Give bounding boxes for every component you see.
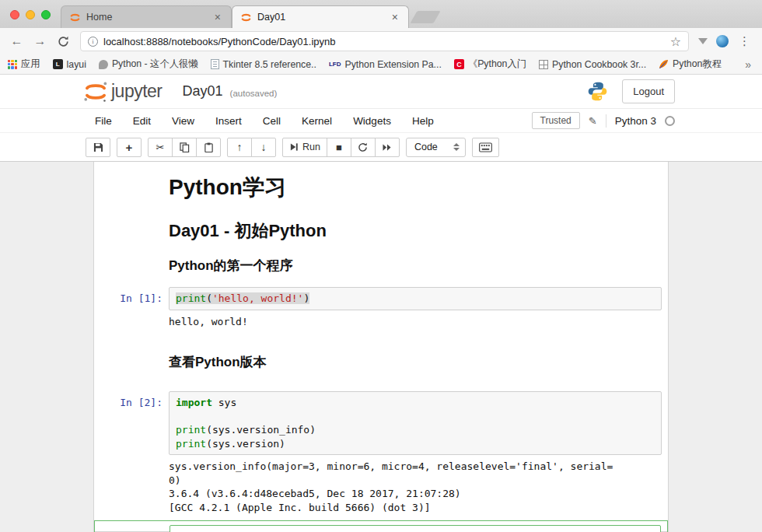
bookmark-python-tutorial[interactable]: Python教程 <box>659 58 722 71</box>
zoom-window-button[interactable] <box>41 10 51 19</box>
close-tab-icon[interactable]: × <box>390 11 400 23</box>
code-cell-2[interactable]: In [2]: import sys print(sys.version_inf… <box>94 387 668 517</box>
refresh-icon[interactable] <box>53 31 74 52</box>
divider <box>606 114 606 128</box>
tab-day01[interactable]: Day01 × <box>232 5 409 28</box>
menu-kernel[interactable]: Kernel <box>302 115 332 127</box>
new-tab-button[interactable] <box>410 11 440 23</box>
cell-type-select[interactable]: Code <box>406 138 466 157</box>
menu-edit[interactable]: Edit <box>133 115 151 127</box>
bookmark-label: 《Python入门 <box>468 58 526 71</box>
heading-day01: Day01 - 初始Python <box>169 219 662 243</box>
logout-button[interactable]: Logout <box>622 79 675 103</box>
code-editor-active[interactable] <box>170 525 661 532</box>
bookmark-python-blog[interactable]: Python - 这个人很懒 <box>99 58 198 71</box>
markdown-cell-title[interactable]: Python学习 <box>94 170 668 215</box>
back-icon[interactable]: ← <box>6 31 27 52</box>
browser-window: Home × Day01 × ← → i localhost:8888/note… <box>0 0 762 532</box>
jupyter-logo[interactable]: jupyter <box>82 79 163 105</box>
code-token: print <box>176 424 206 436</box>
close-tab-icon[interactable]: × <box>212 11 223 23</box>
run-button[interactable]: Run <box>282 138 327 157</box>
floppy-icon <box>93 142 103 152</box>
jupyter-favicon-icon <box>69 12 81 23</box>
code-editor[interactable]: print('hello, world!') <box>169 287 662 310</box>
clipboard-icon <box>204 142 214 152</box>
apps-grid-icon <box>8 60 17 69</box>
bookmark-label: 应用 <box>21 58 40 71</box>
notebook-scroll-area[interactable]: Python学习 Day01 - 初始Python Python的第一个程序 I… <box>0 162 762 532</box>
code-cell-1[interactable]: In [1]: print('hello, world!') hello, wo… <box>94 282 668 331</box>
copy-cell-button[interactable] <box>172 138 197 157</box>
paste-cell-button[interactable] <box>196 138 221 157</box>
cut-cell-button[interactable]: ✂ <box>148 138 173 157</box>
jupyter-header: jupyter Day01 (autosaved) Logout <box>0 75 762 109</box>
code-cell-empty-selected[interactable]: In [ ]: <box>94 520 668 532</box>
run-label: Run <box>302 142 320 152</box>
move-cell-down-button[interactable]: ↓ <box>251 138 276 157</box>
jupyter-logo-text: jupyter <box>111 81 163 102</box>
cell-output-line: [GCC 4.2.1 (Apple Inc. build 5666) (dot … <box>169 501 662 515</box>
bookmark-cookbook[interactable]: Python Cookbook 3r... <box>539 59 646 70</box>
menu-insert[interactable]: Insert <box>215 115 242 127</box>
save-button[interactable] <box>86 138 110 157</box>
bookmark-label: Python Cookbook 3r... <box>552 59 646 70</box>
minimize-window-button[interactable] <box>26 10 35 19</box>
code-token: (sys.version) <box>206 438 285 450</box>
add-cell-button[interactable]: + <box>117 138 142 157</box>
markdown-cell-day01[interactable]: Day01 - 初始Python <box>94 215 668 252</box>
command-palette-button[interactable] <box>472 138 499 157</box>
menu-view[interactable]: View <box>172 115 194 127</box>
bookmark-tkinter[interactable]: Tkinter 8.5 reference.. <box>211 59 316 70</box>
tab-title: Home <box>86 12 207 23</box>
edit-pencil-icon[interactable]: ✎ <box>589 115 597 127</box>
address-bar[interactable]: i localhost:8888/notebooks/PythonCode/Da… <box>80 31 689 51</box>
notebook-title[interactable]: Day01 <box>183 83 223 100</box>
autosave-status: (autosaved) <box>230 85 278 98</box>
markdown-cell-version[interactable]: 查看Python版本 <box>94 331 668 387</box>
menu-widgets[interactable]: Widgets <box>353 115 391 127</box>
restart-run-all-button[interactable] <box>375 138 400 157</box>
tab-title: Day01 <box>257 12 384 23</box>
url-input[interactable]: localhost:8888/notebooks/PythonCode/Day0… <box>103 36 336 47</box>
bookmark-python-extension[interactable]: LFD Python Extension Pa... <box>329 59 442 70</box>
input-prompt: In [1]: <box>94 287 169 310</box>
input-prompt: In [ ]: <box>95 525 170 532</box>
bird-icon <box>99 60 108 69</box>
menu-help[interactable]: Help <box>412 115 434 127</box>
code-editor[interactable]: import sys print(sys.version_info) print… <box>169 391 662 455</box>
close-window-button[interactable] <box>10 10 19 19</box>
restart-kernel-button[interactable] <box>351 138 376 157</box>
cell-output: hello, world! <box>169 315 662 329</box>
code-token: sys <box>212 397 236 408</box>
bookmark-label: Python - 这个人很懒 <box>112 58 198 71</box>
markdown-cell-first-program[interactable]: Python的第一个程序 <box>94 252 668 282</box>
trusted-badge[interactable]: Trusted <box>532 112 580 129</box>
menu-file[interactable]: File <box>95 115 112 127</box>
page-info-icon[interactable]: i <box>88 37 98 47</box>
browser-menu-icon[interactable]: ⋮ <box>734 34 756 48</box>
stop-button[interactable]: ■ <box>327 138 351 157</box>
forward-icon[interactable]: → <box>30 31 51 52</box>
browser-tabs: Home × Day01 × <box>61 5 437 28</box>
move-cell-up-button[interactable]: ↑ <box>227 138 252 157</box>
grid-icon <box>539 60 548 69</box>
prompt-spacer <box>94 255 169 279</box>
menu-cell[interactable]: Cell <box>263 115 281 127</box>
bookmark-python-intro[interactable]: C 《Python入门 <box>454 58 526 71</box>
extension-globe-icon[interactable] <box>716 35 729 47</box>
tab-home[interactable]: Home × <box>61 5 232 28</box>
bookmark-label: layui <box>67 59 86 70</box>
bookmark-layui[interactable]: L layui <box>53 59 86 70</box>
bookmark-apps[interactable]: 应用 <box>8 58 40 71</box>
tab-strip: Home × Day01 × <box>0 0 762 28</box>
download-triangle-icon[interactable] <box>698 38 708 44</box>
bookmark-label: Python Extension Pa... <box>344 59 441 70</box>
fast-forward-icon <box>382 143 392 152</box>
input-prompt: In [2]: <box>94 391 169 455</box>
select-arrows-icon <box>453 143 460 151</box>
refresh-arrow-icon <box>58 36 69 47</box>
scissors-icon: ✂ <box>156 142 165 152</box>
bookmark-star-icon[interactable]: ☆ <box>670 34 681 49</box>
bookmarks-overflow-icon[interactable]: » <box>745 58 754 71</box>
